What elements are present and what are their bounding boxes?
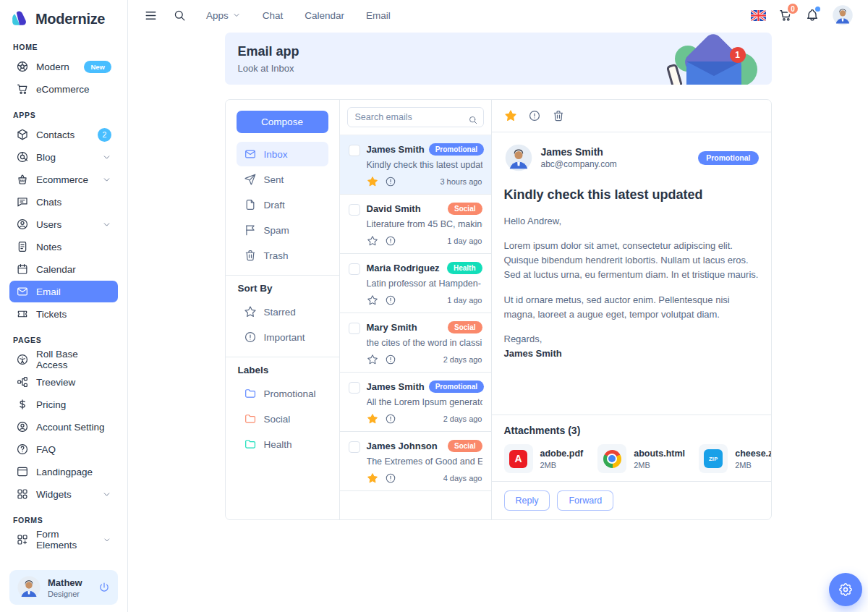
mail-label-item[interactable]: Promotional bbox=[237, 381, 328, 406]
important-icon[interactable] bbox=[385, 176, 396, 187]
logout-power-icon[interactable] bbox=[98, 581, 111, 594]
search-emails-input[interactable] bbox=[347, 107, 484, 127]
email-checkbox[interactable] bbox=[349, 204, 360, 216]
profile-avatar[interactable] bbox=[832, 4, 854, 26]
folder-item[interactable]: Trash bbox=[237, 243, 328, 268]
sidebar-item[interactable]: Treeview bbox=[9, 371, 118, 393]
brand-logo[interactable]: Modernize bbox=[0, 6, 127, 32]
nav-section-home-title: HOME bbox=[13, 43, 118, 51]
sidebar-item[interactable]: Email bbox=[9, 281, 118, 302]
sidebar-item[interactable]: Calendar bbox=[9, 258, 118, 280]
star-filled-icon[interactable] bbox=[367, 472, 378, 484]
important-icon[interactable] bbox=[385, 354, 396, 365]
star-outline-icon[interactable] bbox=[367, 294, 378, 306]
box-icon bbox=[16, 128, 29, 141]
sidebar-item[interactable]: Notes bbox=[9, 236, 118, 258]
email-preview: All the Lorem Ipsum generato... bbox=[367, 397, 482, 407]
mail-label-item[interactable]: Health bbox=[237, 432, 328, 456]
sidebar-item[interactable]: Pricing bbox=[9, 394, 118, 415]
star-outline-icon[interactable] bbox=[367, 354, 378, 365]
nav-section-apps: Contacts 2 Blog bbox=[9, 124, 118, 325]
note-icon bbox=[16, 240, 29, 253]
reply-button[interactable]: Reply bbox=[504, 490, 550, 511]
sortby-heading: Sort By bbox=[238, 283, 328, 294]
settings-fab[interactable] bbox=[829, 573, 862, 606]
attachment-name: abouts.html bbox=[634, 449, 685, 459]
folder-item[interactable]: Spam bbox=[237, 218, 328, 242]
important-icon[interactable] bbox=[528, 109, 541, 122]
sidebar-item[interactable]: Contacts 2 bbox=[9, 124, 118, 145]
email-time: 1 day ago bbox=[447, 237, 482, 245]
forward-button[interactable]: Forward bbox=[557, 490, 613, 511]
compose-button[interactable]: Compose bbox=[237, 111, 328, 133]
attachment-item[interactable]: abouts.html 2MB bbox=[597, 444, 684, 473]
sortby-item[interactable]: Starred bbox=[237, 299, 328, 324]
mail-icon bbox=[244, 148, 257, 161]
email-page: Email app Look at Inbox 1 Compose bbox=[225, 33, 772, 520]
sidebar-item-label: Widgets bbox=[36, 489, 72, 500]
important-icon[interactable] bbox=[385, 294, 396, 306]
menu-icon[interactable] bbox=[144, 9, 158, 22]
email-signature: James Smith bbox=[504, 348, 759, 359]
sidebar-item[interactable]: Tickets bbox=[9, 303, 118, 325]
search-icon[interactable] bbox=[173, 9, 187, 22]
star-filled-icon[interactable] bbox=[367, 413, 378, 425]
star-outline-icon[interactable] bbox=[367, 235, 378, 247]
email-list-item[interactable]: Maria Rodriguez Health Latin professor a… bbox=[340, 254, 491, 313]
topbar-link[interactable]: Email bbox=[366, 10, 391, 21]
important-icon[interactable] bbox=[385, 235, 396, 247]
email-list-item[interactable]: Mary Smith Social the cites of the word … bbox=[340, 313, 491, 373]
email-list-item[interactable]: James Johnson Social The Extremes of Goo… bbox=[340, 432, 491, 491]
email-checkbox[interactable] bbox=[349, 323, 360, 334]
sidebar-item[interactable]: Users bbox=[9, 213, 118, 235]
attachment-item[interactable]: cheese.zip 2MB bbox=[699, 444, 770, 473]
sidebar-item[interactable]: Chats bbox=[9, 191, 118, 213]
attachment-size: 2MB bbox=[540, 461, 584, 469]
email-checkbox[interactable] bbox=[349, 382, 360, 394]
cart-icon[interactable]: 0 bbox=[778, 8, 793, 22]
email-checkbox[interactable] bbox=[349, 145, 360, 156]
sidebar-item[interactable]: Form Elements bbox=[9, 529, 118, 551]
folder-item[interactable]: Inbox bbox=[237, 142, 328, 166]
email-greeting: Hello Andrew, bbox=[504, 214, 759, 229]
attachment-item[interactable]: adobe.pdf 2MB bbox=[504, 444, 584, 473]
chevron-down-icon bbox=[102, 490, 111, 499]
topbar-link[interactable]: Apps bbox=[206, 10, 241, 21]
star-filled-icon[interactable] bbox=[504, 109, 517, 122]
email-list-item[interactable]: David Smith Social Literature from 45 BC… bbox=[340, 195, 491, 254]
sidebar-item[interactable]: Modern New bbox=[9, 56, 118, 77]
sidebar-item[interactable]: eCommerce bbox=[9, 78, 118, 100]
sortby-item[interactable]: Important bbox=[237, 325, 328, 349]
calendar-icon bbox=[16, 263, 29, 276]
sidebar-item[interactable]: Ecommerce bbox=[9, 169, 118, 190]
tree-icon bbox=[16, 375, 29, 388]
email-illustration: 1 bbox=[669, 34, 757, 85]
topbar-link[interactable]: Chat bbox=[263, 10, 284, 21]
star-filled-icon[interactable] bbox=[367, 176, 378, 187]
trash-icon[interactable] bbox=[552, 109, 565, 122]
email-list-item[interactable]: James Smith Promotional Kindly check thi… bbox=[340, 135, 491, 195]
sidebar-item[interactable]: FAQ bbox=[9, 438, 118, 460]
email-time: 2 days ago bbox=[443, 355, 482, 364]
important-icon[interactable] bbox=[385, 413, 396, 425]
notifications-bell-icon[interactable] bbox=[805, 8, 820, 22]
mail-label-item[interactable]: Social bbox=[237, 407, 328, 431]
sidebar-item[interactable]: Landingpage bbox=[9, 461, 118, 483]
important-icon[interactable] bbox=[385, 472, 396, 484]
topbar-link[interactable]: Calendar bbox=[305, 10, 344, 21]
sidebar-item[interactable]: Widgets bbox=[9, 483, 118, 505]
attachment-size: 2MB bbox=[735, 461, 770, 469]
help-icon bbox=[16, 443, 29, 456]
email-checkbox[interactable] bbox=[349, 441, 360, 453]
user-name: Mathew bbox=[48, 577, 82, 588]
folder-item[interactable]: Sent bbox=[237, 167, 328, 192]
sidebar-item[interactable]: Roll Base Access bbox=[9, 349, 118, 370]
email-list-item[interactable]: James Smith Promotional All the Lorem Ip… bbox=[340, 373, 491, 432]
sidebar-item[interactable]: Blog bbox=[9, 146, 118, 168]
email-checkbox[interactable] bbox=[349, 263, 360, 275]
folder-item[interactable]: Draft bbox=[237, 192, 328, 217]
uk-flag-icon[interactable] bbox=[751, 10, 766, 21]
sidebar-item[interactable]: Account Setting bbox=[9, 416, 118, 438]
folder-list: Inbox Sent Draft bbox=[237, 142, 328, 268]
topbar: Apps Chat Calendar Email bbox=[128, 0, 868, 30]
